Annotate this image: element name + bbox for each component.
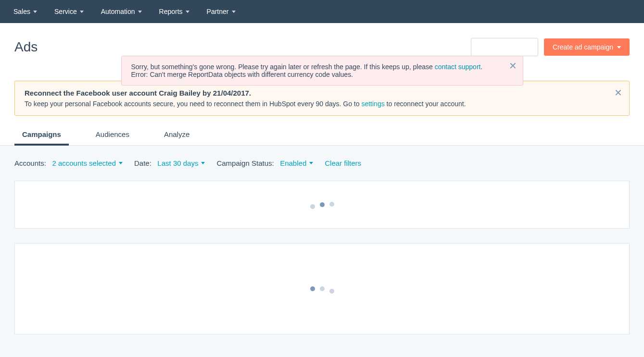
nav-item-sales[interactable]: Sales [5, 0, 46, 23]
warning-title: Reconnect the Facebook user account Crai… [25, 89, 608, 97]
status-filter-label: Campaign Status: [216, 159, 274, 167]
date-filter-dropdown[interactable]: Last 30 days [157, 159, 205, 167]
chevron-down-icon [33, 11, 37, 13]
tabs: Campaigns Audiences Analyze [0, 116, 644, 146]
tab-audiences[interactable]: Audiences [88, 130, 137, 145]
tab-label: Analyze [164, 130, 189, 138]
content-cards [0, 181, 644, 349]
header-secondary-button[interactable] [471, 38, 538, 56]
nav-item-label: Service [54, 8, 77, 15]
filter-value-text: Last 30 days [157, 159, 198, 167]
chevron-down-icon [119, 162, 123, 164]
tab-analyze[interactable]: Analyze [156, 130, 197, 145]
header-actions: Create ad campaign [471, 38, 630, 56]
settings-link[interactable]: settings [361, 100, 384, 108]
chevron-down-icon [80, 11, 84, 13]
reconnect-warning-banner: Reconnect the Facebook user account Crai… [14, 81, 630, 116]
loading-card [14, 243, 630, 334]
close-icon[interactable]: ✕ [614, 88, 622, 98]
create-ad-campaign-button[interactable]: Create ad campaign [544, 38, 630, 56]
close-icon[interactable]: ✕ [509, 61, 517, 71]
error-text: Sorry, but something's gone wrong. Pleas… [131, 63, 435, 71]
chevron-down-icon [186, 11, 189, 13]
page-header-region: Ads Create ad campaign Sorry, but someth… [0, 23, 644, 146]
status-filter-dropdown[interactable]: Enabled [280, 159, 313, 167]
filter-value-text: Enabled [280, 159, 306, 167]
chevron-down-icon [232, 11, 236, 13]
contact-support-link[interactable]: contact support [435, 63, 481, 71]
nav-item-reports[interactable]: Reports [151, 0, 198, 23]
tab-label: Audiences [96, 130, 129, 138]
error-detail: Error: Can't merge ReportData objects wi… [131, 71, 354, 78]
filters-bar: Accounts: 2 accounts selected Date: Last… [0, 146, 644, 181]
error-text: . [480, 63, 482, 71]
filter-value-text: 2 accounts selected [52, 159, 116, 167]
page-title: Ads [14, 39, 38, 55]
chevron-down-icon [138, 11, 142, 13]
nav-item-label: Automation [101, 8, 135, 15]
accounts-filter-dropdown[interactable]: 2 accounts selected [52, 159, 123, 167]
tab-label: Campaigns [22, 130, 61, 138]
tab-campaigns[interactable]: Campaigns [14, 130, 69, 145]
accounts-filter-label: Accounts: [14, 159, 46, 167]
warning-text: to reconnect your account. [385, 100, 466, 108]
loading-spinner-icon [310, 286, 334, 291]
nav-item-label: Reports [159, 8, 183, 15]
chevron-down-icon [309, 162, 313, 164]
loading-spinner-icon [310, 202, 334, 207]
top-navigation: Sales Service Automation Reports Partner [0, 0, 644, 23]
button-label: Create ad campaign [553, 43, 613, 51]
nav-item-label: Sales [13, 8, 30, 15]
nav-item-partner[interactable]: Partner [198, 0, 244, 23]
nav-item-service[interactable]: Service [46, 0, 92, 23]
chevron-down-icon [617, 46, 621, 49]
warning-text: To keep your personal Facebook accounts … [25, 100, 361, 108]
nav-item-automation[interactable]: Automation [92, 0, 151, 23]
nav-item-label: Partner [207, 8, 229, 15]
chevron-down-icon [201, 162, 205, 164]
clear-filters-link[interactable]: Clear filters [325, 159, 361, 167]
error-alert: Sorry, but something's gone wrong. Pleas… [121, 56, 523, 86]
loading-card [14, 181, 630, 229]
date-filter-label: Date: [134, 159, 152, 167]
